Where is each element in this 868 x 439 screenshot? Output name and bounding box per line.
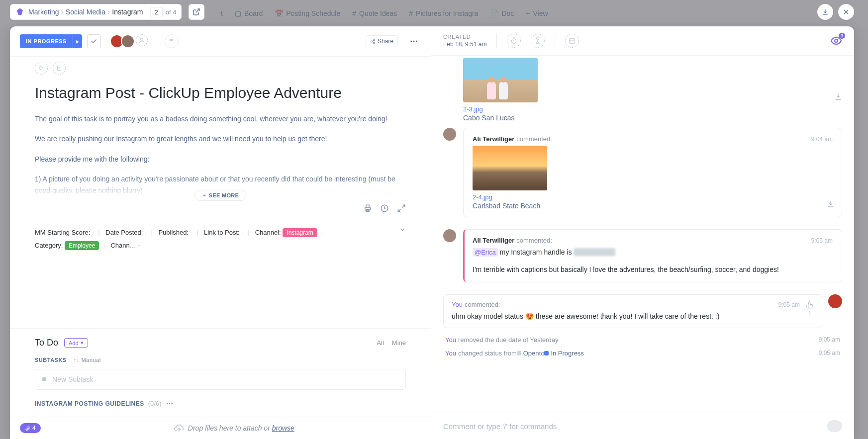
status-next-icon[interactable]: ▸ xyxy=(73,34,83,48)
see-more-button[interactable]: SEE MORE xyxy=(194,190,246,201)
svg-point-26 xyxy=(171,403,173,405)
task-title[interactable]: Instagram Post - ClickUp Employee Advent… xyxy=(35,85,406,101)
activity-log-line: You changed status from Open to In Progr… xyxy=(443,347,842,360)
attachment-file-1[interactable]: 2-3.jpg xyxy=(463,105,842,113)
todo-title: To Do xyxy=(35,338,58,348)
your-comment: You commented: 9:05 am uhm okay model st… xyxy=(443,294,822,328)
created-meta: CREATED Feb 18, 9:51 am xyxy=(443,34,486,48)
add-assignee-button[interactable] xyxy=(136,34,148,46)
svg-point-12 xyxy=(416,41,417,42)
svg-point-5 xyxy=(374,39,375,40)
attachments-drop-bar[interactable]: 4 Drop files here to attach or browse xyxy=(10,417,431,439)
chevron-down-icon xyxy=(202,193,207,198)
comment-input-bar xyxy=(431,413,854,439)
attachment-thumb-2[interactable] xyxy=(473,146,547,190)
flag-icon xyxy=(168,38,175,45)
task-page-of: of 4 xyxy=(166,8,177,16)
attachment-file-2[interactable]: 2-4.jpg xyxy=(473,193,833,201)
subtask-sort[interactable]: ↑↓ Manual xyxy=(74,357,101,363)
cf-collapse-toggle[interactable] xyxy=(399,226,406,233)
expand-icon[interactable] xyxy=(397,204,406,213)
cf-category-tag[interactable]: Employee xyxy=(65,241,99,250)
watchers-button[interactable]: 3 xyxy=(830,35,842,47)
cf-channel-tag[interactable]: Instagram xyxy=(283,228,317,237)
task-description[interactable]: The goal of this task is to portray you … xyxy=(35,113,406,196)
svg-point-10 xyxy=(410,41,412,42)
activity-feed: 2-3.jpg Cabo San Lucas Ali Terwilliger c… xyxy=(431,56,854,413)
share-button[interactable]: Share xyxy=(366,35,398,47)
ellipsis-icon[interactable] xyxy=(166,400,174,408)
breadcrumb-folder[interactable]: Social Media xyxy=(62,8,109,16)
todo-section: To Do Add ▾ All Mine SUBTASKS ↑↓ Manual … xyxy=(10,328,431,417)
svg-rect-18 xyxy=(366,205,369,207)
collapse-button[interactable] xyxy=(817,4,833,20)
hourglass-icon xyxy=(534,37,541,44)
breadcrumb-space[interactable]: Marketing xyxy=(24,8,63,16)
svg-point-34 xyxy=(835,39,838,42)
status-button[interactable]: IN PROGRESS ▸ xyxy=(20,34,82,48)
attachments-count-pill[interactable]: 4 xyxy=(20,423,41,433)
breadcrumb-list[interactable]: Instagram xyxy=(108,8,147,16)
svg-rect-23 xyxy=(42,377,46,381)
download-icon[interactable] xyxy=(827,200,835,208)
browse-link[interactable]: browse xyxy=(272,424,294,432)
guidelines-count: (0/6) xyxy=(148,400,162,407)
estimate-button[interactable] xyxy=(531,34,545,48)
activity-header: CREATED Feb 18, 9:51 am 3 xyxy=(431,26,854,56)
dates-button[interactable] xyxy=(565,34,579,48)
print-icon[interactable] xyxy=(363,204,372,213)
mention[interactable]: @Erica xyxy=(473,248,498,257)
assignee-avatar-2[interactable] xyxy=(121,34,135,48)
close-icon xyxy=(843,8,850,15)
svg-point-25 xyxy=(169,403,171,405)
assignees xyxy=(113,34,148,48)
doc-icon xyxy=(56,65,62,71)
external-link-icon xyxy=(193,8,200,16)
comment-avatar[interactable] xyxy=(443,128,456,141)
download-icon[interactable] xyxy=(834,92,842,100)
svg-rect-30 xyxy=(570,39,575,43)
svg-marker-0 xyxy=(17,8,23,15)
time-tracked-button[interactable] xyxy=(507,34,521,48)
todo-filter-all[interactable]: All xyxy=(377,339,384,347)
stopwatch-icon xyxy=(510,37,517,44)
add-cover-button[interactable] xyxy=(53,62,66,75)
history-icon[interactable] xyxy=(380,204,389,213)
custom-fields: MM Starting Score: -| Date Posted: -| Pu… xyxy=(35,219,406,259)
attachment-thumb-1[interactable] xyxy=(463,58,538,102)
add-todo-button[interactable]: Add ▾ xyxy=(64,338,88,348)
like-button[interactable]: 1 xyxy=(806,301,814,317)
calendar-icon xyxy=(569,37,576,44)
complete-checkbox[interactable] xyxy=(87,34,101,48)
send-comment-button[interactable] xyxy=(827,420,842,432)
comment-avatar[interactable] xyxy=(443,229,456,242)
open-new-tab-button[interactable] xyxy=(189,4,204,20)
close-button[interactable] xyxy=(838,4,854,20)
subtasks-label: SUBTASKS xyxy=(35,357,67,363)
guidelines-label[interactable]: INSTAGRAM POSTING GUIDELINES xyxy=(35,400,144,407)
svg-point-13 xyxy=(40,67,41,68)
task-modal: IN PROGRESS ▸ Share xyxy=(10,26,854,439)
svg-point-7 xyxy=(374,42,375,44)
svg-point-4 xyxy=(141,38,143,40)
task-header: IN PROGRESS ▸ Share xyxy=(10,26,431,57)
priority-flag-button[interactable] xyxy=(165,34,179,48)
comment-input[interactable] xyxy=(443,422,827,431)
task-more-menu[interactable] xyxy=(407,34,421,48)
svg-line-1 xyxy=(196,9,199,12)
add-tag-button[interactable] xyxy=(35,62,48,75)
paperclip-icon xyxy=(25,426,30,431)
chevron-down-icon xyxy=(399,226,406,233)
square-icon xyxy=(41,376,47,382)
svg-line-8 xyxy=(372,40,374,41)
share-icon xyxy=(370,39,376,44)
your-avatar[interactable] xyxy=(828,294,842,308)
clickup-logo-icon xyxy=(15,7,24,16)
download-icon xyxy=(822,8,829,15)
svg-point-24 xyxy=(167,403,168,405)
check-icon xyxy=(91,38,97,45)
new-subtask-input[interactable]: New Subtask xyxy=(35,369,406,390)
todo-filter-mine[interactable]: Mine xyxy=(392,339,406,347)
ellipsis-icon xyxy=(409,37,418,46)
tag-icon xyxy=(38,65,44,71)
